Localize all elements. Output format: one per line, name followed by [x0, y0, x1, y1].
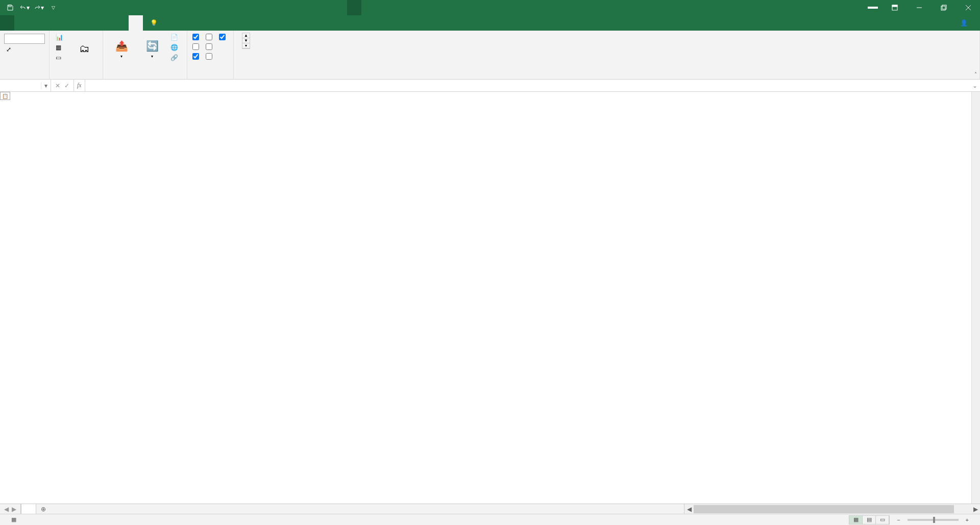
- chk-filter-button[interactable]: [218, 33, 229, 41]
- style-gallery-spinner: ▲ ▼ ▾: [242, 33, 250, 49]
- accept-formula-icon[interactable]: ✓: [64, 82, 69, 89]
- resize-icon: ⤢: [6, 46, 11, 53]
- tab-insert[interactable]: [29, 15, 43, 31]
- formula-input[interactable]: [85, 80, 970, 91]
- refresh-icon: 🔄: [146, 40, 159, 52]
- fx-icon[interactable]: fx: [74, 80, 85, 91]
- minimize-icon[interactable]: [908, 0, 931, 15]
- collapse-ribbon-icon[interactable]: ˄: [974, 71, 977, 77]
- insert-slicer-button[interactable]: 🗂: [70, 33, 99, 66]
- tab-review[interactable]: [86, 15, 100, 31]
- export-button[interactable]: 📤▾: [107, 33, 136, 66]
- unlink-icon: 🔗: [170, 54, 178, 61]
- gallery-up-icon[interactable]: ▲: [242, 33, 250, 38]
- svg-rect-2: [892, 5, 897, 7]
- tab-data[interactable]: [71, 15, 86, 31]
- share-button[interactable]: 👤: [951, 15, 980, 31]
- ribbon-group-style-options: [187, 31, 234, 79]
- tab-design[interactable]: [129, 15, 143, 31]
- ribbon-display-icon[interactable]: [883, 0, 906, 15]
- remove-duplicates-button[interactable]: ▦: [54, 43, 68, 52]
- chk-total-row[interactable]: [191, 42, 203, 51]
- tab-home[interactable]: [14, 15, 29, 31]
- unlink-button: 🔗: [168, 53, 183, 62]
- formula-bar: ▾ ✕ ✓ fx ⌄: [0, 80, 980, 92]
- close-icon[interactable]: [957, 0, 980, 15]
- tab-file[interactable]: [0, 15, 14, 31]
- pivot-table-button[interactable]: 📊: [54, 33, 68, 42]
- pivot-icon: 📊: [56, 34, 63, 41]
- redo-icon[interactable]: ▾: [33, 2, 45, 14]
- chk-first-col[interactable]: [205, 33, 216, 41]
- name-box-dropdown-icon[interactable]: ▾: [41, 82, 50, 89]
- props-button: 📄: [168, 33, 183, 42]
- title-bar: ▾ ▾ ▽: [0, 0, 980, 15]
- ribbon-group-table-styles: ▲ ▼ ▾: [234, 31, 980, 79]
- signin-button[interactable]: [868, 7, 878, 9]
- convert-range-button[interactable]: ▭: [54, 53, 68, 62]
- ribbon-group-tools: 📊 ▦ ▭ 🗂: [50, 31, 103, 79]
- name-box-input[interactable]: [0, 82, 41, 89]
- maximize-icon[interactable]: [932, 0, 955, 15]
- gallery-more-icon[interactable]: ▾: [242, 43, 250, 48]
- quick-access-toolbar: ▾ ▾ ▽: [0, 2, 59, 14]
- chk-header-row[interactable]: [191, 33, 203, 41]
- style-gallery: [238, 33, 240, 35]
- tab-page-layout[interactable]: [43, 15, 57, 31]
- undo-icon[interactable]: ▾: [18, 2, 31, 14]
- slicer-icon: 🗂: [79, 42, 89, 55]
- name-box: ▾: [0, 80, 51, 91]
- cancel-formula-icon[interactable]: ✕: [55, 82, 60, 89]
- tab-help[interactable]: [114, 15, 129, 31]
- tab-formulas[interactable]: [57, 15, 71, 31]
- ribbon-group-properties: ⤢: [0, 31, 50, 79]
- refresh-button[interactable]: 🔄▾: [138, 33, 166, 66]
- gallery-down-icon[interactable]: ▼: [242, 38, 250, 43]
- table-name-input[interactable]: [4, 34, 45, 44]
- tab-view[interactable]: [100, 15, 114, 31]
- dedup-icon: ▦: [56, 44, 61, 51]
- props-icon: 📄: [170, 34, 178, 41]
- save-icon[interactable]: [4, 2, 16, 14]
- browser-icon: 🌐: [170, 44, 178, 51]
- ribbon-tabs: 💡 👤: [0, 15, 980, 31]
- lightbulb-icon: 💡: [150, 19, 158, 27]
- chk-last-col[interactable]: [205, 42, 216, 51]
- share-icon: 👤: [960, 19, 968, 27]
- chk-banded-cols[interactable]: [205, 52, 216, 61]
- ribbon-group-external: 📤▾ 🔄▾ 📄 🌐 🔗: [103, 31, 187, 79]
- svg-rect-5: [942, 5, 946, 9]
- export-icon: 📤: [115, 40, 128, 52]
- expand-formula-icon[interactable]: ⌄: [970, 80, 980, 91]
- convert-icon: ▭: [56, 54, 61, 61]
- context-tab-label: [347, 0, 361, 15]
- svg-rect-4: [941, 6, 945, 10]
- svg-rect-0: [9, 5, 11, 7]
- resize-table-button[interactable]: ⤢: [4, 45, 45, 54]
- qat-customize-icon[interactable]: ▽: [47, 2, 59, 14]
- tell-me-search[interactable]: 💡: [143, 15, 168, 31]
- open-browser-button: 🌐: [168, 43, 183, 52]
- chk-banded-rows[interactable]: [191, 52, 203, 61]
- ribbon: ⤢ 📊 ▦ ▭ 🗂 📤▾ 🔄▾ 📄 🌐 🔗: [0, 31, 980, 80]
- formula-buttons: ✕ ✓: [51, 80, 74, 91]
